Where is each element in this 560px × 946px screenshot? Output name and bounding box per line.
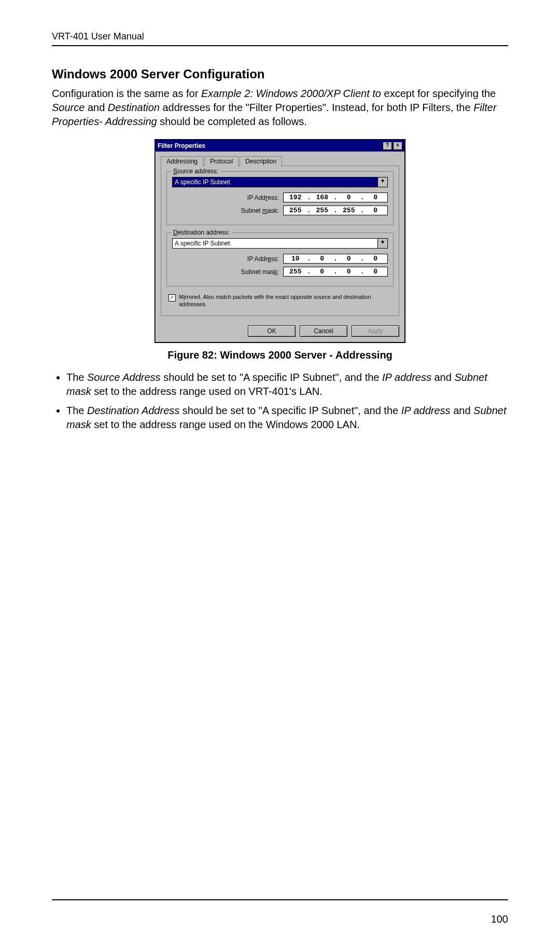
page-number: 100 bbox=[491, 913, 508, 925]
dialog-title: Filter Properties bbox=[158, 142, 205, 149]
ip-octet[interactable]: 10 bbox=[284, 254, 307, 263]
running-header: VRT-401 User Manual bbox=[52, 31, 508, 42]
ip-octet[interactable]: 0 bbox=[363, 267, 387, 276]
destination-type-dropdown[interactable]: A specific IP Subnet ▼ bbox=[172, 238, 388, 249]
intro-text: and bbox=[85, 102, 107, 113]
dialog-titlebar[interactable]: Filter Properties ? × bbox=[156, 140, 404, 152]
chevron-down-icon[interactable]: ▼ bbox=[378, 238, 388, 249]
destination-type-value: A specific IP Subnet bbox=[172, 238, 378, 249]
source-mask-label: Subnet mask: bbox=[232, 207, 279, 214]
source-type-value: A specific IP Subnet bbox=[172, 177, 378, 187]
help-icon[interactable]: ? bbox=[383, 142, 392, 150]
source-legend: Source address: bbox=[171, 168, 220, 175]
source-ip-input[interactable]: 192. 168. 0. 0 bbox=[283, 193, 388, 202]
cancel-button[interactable]: Cancel bbox=[300, 325, 347, 337]
source-type-dropdown[interactable]: A specific IP Subnet ▼ bbox=[172, 177, 388, 187]
source-ip-label: IP Address: bbox=[232, 194, 279, 201]
destination-legend: Destination address: bbox=[171, 229, 232, 236]
tab-description[interactable]: Description bbox=[240, 156, 282, 167]
intro-italic-2: Source bbox=[52, 102, 85, 113]
ip-octet[interactable]: 0 bbox=[337, 267, 361, 276]
intro-text: should be completed as follows. bbox=[157, 116, 307, 127]
ip-octet[interactable]: 168 bbox=[310, 193, 334, 202]
ip-octet[interactable]: 192 bbox=[284, 193, 307, 202]
chevron-down-icon[interactable]: ▼ bbox=[378, 177, 388, 187]
tab-panel-addressing: Source address: A specific IP Subnet ▼ I… bbox=[161, 166, 399, 316]
tab-protocol[interactable]: Protocol bbox=[204, 156, 239, 167]
list-item: The Destination Address should be set to… bbox=[66, 404, 508, 432]
ip-octet[interactable]: 0 bbox=[337, 193, 361, 202]
ip-octet[interactable]: 255 bbox=[284, 267, 307, 276]
figure-caption: Figure 82: Windows 2000 Server - Address… bbox=[52, 349, 508, 361]
filter-properties-dialog: Filter Properties ? × Addressing Protoco… bbox=[155, 139, 405, 343]
checkbox-icon[interactable]: ✓ bbox=[169, 294, 176, 301]
mirrored-checkbox-row[interactable]: ✓ Mirrored. Also match packets with the … bbox=[169, 294, 391, 308]
ok-button[interactable]: OK bbox=[248, 325, 296, 337]
section-heading: Windows 2000 Server Configuration bbox=[52, 67, 508, 81]
footer-rule bbox=[52, 899, 508, 900]
destination-mask-input[interactable]: 255. 0. 0. 0 bbox=[283, 267, 388, 277]
ip-octet[interactable]: 255 bbox=[337, 206, 361, 215]
list-item: The Source Address should be set to "A s… bbox=[66, 371, 508, 399]
mirrored-label: Mirrored. Also match packets with the ex… bbox=[179, 294, 391, 308]
intro-text: Configuration is the same as for bbox=[52, 88, 201, 99]
ip-octet[interactable]: 255 bbox=[284, 206, 307, 215]
close-icon[interactable]: × bbox=[393, 142, 402, 150]
apply-button[interactable]: Apply bbox=[352, 325, 399, 337]
bullet-list: The Source Address should be set to "A s… bbox=[52, 371, 508, 432]
tab-addressing[interactable]: Addressing bbox=[161, 156, 203, 167]
ip-octet[interactable]: 255 bbox=[310, 206, 334, 215]
ip-octet[interactable]: 0 bbox=[363, 206, 387, 215]
source-mask-input[interactable]: 255. 255. 255. 0 bbox=[283, 205, 388, 215]
page: VRT-401 User Manual Windows 2000 Server … bbox=[0, 0, 560, 946]
intro-italic-3: Destination bbox=[108, 102, 160, 113]
intro-paragraph: Configuration is the same as for Example… bbox=[52, 87, 508, 129]
figure: Filter Properties ? × Addressing Protoco… bbox=[52, 139, 508, 343]
destination-ip-input[interactable]: 10. 0. 0. 0 bbox=[283, 254, 388, 264]
ip-octet[interactable]: 0 bbox=[337, 254, 361, 263]
ip-octet[interactable]: 0 bbox=[363, 254, 387, 263]
ip-octet[interactable]: 0 bbox=[310, 267, 334, 276]
ip-octet[interactable]: 0 bbox=[310, 254, 334, 263]
header-rule bbox=[52, 45, 508, 46]
intro-text: except for specifying the bbox=[384, 88, 496, 99]
destination-address-group: Destination address: A specific IP Subne… bbox=[166, 232, 394, 286]
destination-mask-label: Subnet mask: bbox=[232, 268, 279, 276]
ip-octet[interactable]: 0 bbox=[363, 193, 387, 202]
intro-italic-1: Example 2: Windows 2000/XP Client to bbox=[201, 88, 384, 99]
destination-ip-label: IP Address: bbox=[232, 255, 279, 263]
source-address-group: Source address: A specific IP Subnet ▼ I… bbox=[166, 171, 394, 225]
tab-strip: Addressing Protocol Description bbox=[161, 156, 399, 166]
intro-text: addresses for the "Filter Properties". I… bbox=[160, 102, 473, 113]
dialog-button-row: OK Cancel Apply bbox=[156, 320, 404, 342]
